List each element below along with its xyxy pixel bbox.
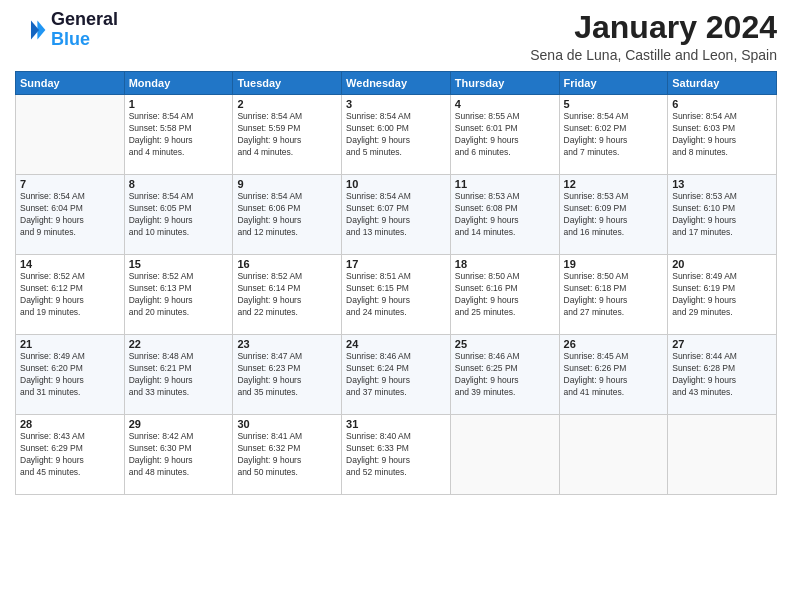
day-number: 31: [346, 418, 446, 430]
day-number: 9: [237, 178, 337, 190]
day-number: 3: [346, 98, 446, 110]
day-info: Sunrise: 8:52 AMSunset: 6:13 PMDaylight:…: [129, 271, 229, 319]
calendar-table: SundayMondayTuesdayWednesdayThursdayFrid…: [15, 71, 777, 495]
calendar-cell: 24Sunrise: 8:46 AMSunset: 6:24 PMDayligh…: [342, 335, 451, 415]
day-number: 22: [129, 338, 229, 350]
day-number: 15: [129, 258, 229, 270]
day-number: 18: [455, 258, 555, 270]
day-number: 16: [237, 258, 337, 270]
day-number: 13: [672, 178, 772, 190]
week-row-3: 21Sunrise: 8:49 AMSunset: 6:20 PMDayligh…: [16, 335, 777, 415]
calendar-cell: 18Sunrise: 8:50 AMSunset: 6:16 PMDayligh…: [450, 255, 559, 335]
day-number: 7: [20, 178, 120, 190]
calendar-cell: 30Sunrise: 8:41 AMSunset: 6:32 PMDayligh…: [233, 415, 342, 495]
calendar-cell: 9Sunrise: 8:54 AMSunset: 6:06 PMDaylight…: [233, 175, 342, 255]
day-info: Sunrise: 8:47 AMSunset: 6:23 PMDaylight:…: [237, 351, 337, 399]
calendar-cell: 28Sunrise: 8:43 AMSunset: 6:29 PMDayligh…: [16, 415, 125, 495]
calendar-cell: [16, 95, 125, 175]
calendar-cell: 21Sunrise: 8:49 AMSunset: 6:20 PMDayligh…: [16, 335, 125, 415]
day-info: Sunrise: 8:52 AMSunset: 6:14 PMDaylight:…: [237, 271, 337, 319]
header-day-sunday: Sunday: [16, 72, 125, 95]
day-info: Sunrise: 8:40 AMSunset: 6:33 PMDaylight:…: [346, 431, 446, 479]
day-number: 21: [20, 338, 120, 350]
calendar-cell: 29Sunrise: 8:42 AMSunset: 6:30 PMDayligh…: [124, 415, 233, 495]
calendar-cell: 11Sunrise: 8:53 AMSunset: 6:08 PMDayligh…: [450, 175, 559, 255]
logo-line2: Blue: [51, 30, 118, 50]
header-day-saturday: Saturday: [668, 72, 777, 95]
day-number: 14: [20, 258, 120, 270]
month-title: January 2024: [530, 10, 777, 45]
calendar-cell: 4Sunrise: 8:55 AMSunset: 6:01 PMDaylight…: [450, 95, 559, 175]
day-info: Sunrise: 8:48 AMSunset: 6:21 PMDaylight:…: [129, 351, 229, 399]
day-info: Sunrise: 8:55 AMSunset: 6:01 PMDaylight:…: [455, 111, 555, 159]
day-number: 1: [129, 98, 229, 110]
day-number: 24: [346, 338, 446, 350]
week-row-4: 28Sunrise: 8:43 AMSunset: 6:29 PMDayligh…: [16, 415, 777, 495]
day-info: Sunrise: 8:44 AMSunset: 6:28 PMDaylight:…: [672, 351, 772, 399]
day-info: Sunrise: 8:54 AMSunset: 6:06 PMDaylight:…: [237, 191, 337, 239]
calendar-cell: 16Sunrise: 8:52 AMSunset: 6:14 PMDayligh…: [233, 255, 342, 335]
calendar-cell: 22Sunrise: 8:48 AMSunset: 6:21 PMDayligh…: [124, 335, 233, 415]
header-day-thursday: Thursday: [450, 72, 559, 95]
calendar-cell: [450, 415, 559, 495]
day-info: Sunrise: 8:41 AMSunset: 6:32 PMDaylight:…: [237, 431, 337, 479]
location-title: Sena de Luna, Castille and Leon, Spain: [530, 47, 777, 63]
week-row-0: 1Sunrise: 8:54 AMSunset: 5:58 PMDaylight…: [16, 95, 777, 175]
day-info: Sunrise: 8:54 AMSunset: 6:00 PMDaylight:…: [346, 111, 446, 159]
day-number: 25: [455, 338, 555, 350]
day-info: Sunrise: 8:54 AMSunset: 6:04 PMDaylight:…: [20, 191, 120, 239]
calendar-cell: 17Sunrise: 8:51 AMSunset: 6:15 PMDayligh…: [342, 255, 451, 335]
week-row-1: 7Sunrise: 8:54 AMSunset: 6:04 PMDaylight…: [16, 175, 777, 255]
logo-icon: [15, 14, 47, 46]
day-number: 12: [564, 178, 664, 190]
day-number: 27: [672, 338, 772, 350]
calendar-cell: 23Sunrise: 8:47 AMSunset: 6:23 PMDayligh…: [233, 335, 342, 415]
day-info: Sunrise: 8:49 AMSunset: 6:20 PMDaylight:…: [20, 351, 120, 399]
day-info: Sunrise: 8:54 AMSunset: 5:59 PMDaylight:…: [237, 111, 337, 159]
day-number: 19: [564, 258, 664, 270]
day-number: 2: [237, 98, 337, 110]
header-day-friday: Friday: [559, 72, 668, 95]
header-row: SundayMondayTuesdayWednesdayThursdayFrid…: [16, 72, 777, 95]
day-info: Sunrise: 8:54 AMSunset: 5:58 PMDaylight:…: [129, 111, 229, 159]
day-info: Sunrise: 8:54 AMSunset: 6:05 PMDaylight:…: [129, 191, 229, 239]
header: General Blue January 2024 Sena de Luna, …: [15, 10, 777, 63]
day-number: 26: [564, 338, 664, 350]
calendar-cell: 26Sunrise: 8:45 AMSunset: 6:26 PMDayligh…: [559, 335, 668, 415]
day-number: 23: [237, 338, 337, 350]
calendar-cell: 12Sunrise: 8:53 AMSunset: 6:09 PMDayligh…: [559, 175, 668, 255]
calendar-cell: 10Sunrise: 8:54 AMSunset: 6:07 PMDayligh…: [342, 175, 451, 255]
day-number: 8: [129, 178, 229, 190]
day-info: Sunrise: 8:53 AMSunset: 6:09 PMDaylight:…: [564, 191, 664, 239]
logo-line1: General: [51, 10, 118, 30]
calendar-cell: 8Sunrise: 8:54 AMSunset: 6:05 PMDaylight…: [124, 175, 233, 255]
header-day-tuesday: Tuesday: [233, 72, 342, 95]
title-block: January 2024 Sena de Luna, Castille and …: [530, 10, 777, 63]
day-info: Sunrise: 8:50 AMSunset: 6:16 PMDaylight:…: [455, 271, 555, 319]
day-info: Sunrise: 8:50 AMSunset: 6:18 PMDaylight:…: [564, 271, 664, 319]
calendar-cell: 5Sunrise: 8:54 AMSunset: 6:02 PMDaylight…: [559, 95, 668, 175]
day-info: Sunrise: 8:53 AMSunset: 6:10 PMDaylight:…: [672, 191, 772, 239]
day-info: Sunrise: 8:45 AMSunset: 6:26 PMDaylight:…: [564, 351, 664, 399]
day-number: 29: [129, 418, 229, 430]
day-info: Sunrise: 8:42 AMSunset: 6:30 PMDaylight:…: [129, 431, 229, 479]
day-info: Sunrise: 8:46 AMSunset: 6:25 PMDaylight:…: [455, 351, 555, 399]
calendar-cell: 15Sunrise: 8:52 AMSunset: 6:13 PMDayligh…: [124, 255, 233, 335]
header-day-monday: Monday: [124, 72, 233, 95]
calendar-cell: 1Sunrise: 8:54 AMSunset: 5:58 PMDaylight…: [124, 95, 233, 175]
calendar-cell: 31Sunrise: 8:40 AMSunset: 6:33 PMDayligh…: [342, 415, 451, 495]
calendar-cell: 19Sunrise: 8:50 AMSunset: 6:18 PMDayligh…: [559, 255, 668, 335]
calendar-cell: 3Sunrise: 8:54 AMSunset: 6:00 PMDaylight…: [342, 95, 451, 175]
calendar-cell: 27Sunrise: 8:44 AMSunset: 6:28 PMDayligh…: [668, 335, 777, 415]
week-row-2: 14Sunrise: 8:52 AMSunset: 6:12 PMDayligh…: [16, 255, 777, 335]
logo: General Blue: [15, 10, 118, 50]
header-day-wednesday: Wednesday: [342, 72, 451, 95]
day-number: 30: [237, 418, 337, 430]
calendar-cell: 6Sunrise: 8:54 AMSunset: 6:03 PMDaylight…: [668, 95, 777, 175]
logo-text: General Blue: [51, 10, 118, 50]
day-number: 28: [20, 418, 120, 430]
day-number: 20: [672, 258, 772, 270]
day-number: 17: [346, 258, 446, 270]
day-info: Sunrise: 8:54 AMSunset: 6:03 PMDaylight:…: [672, 111, 772, 159]
calendar-cell: 20Sunrise: 8:49 AMSunset: 6:19 PMDayligh…: [668, 255, 777, 335]
